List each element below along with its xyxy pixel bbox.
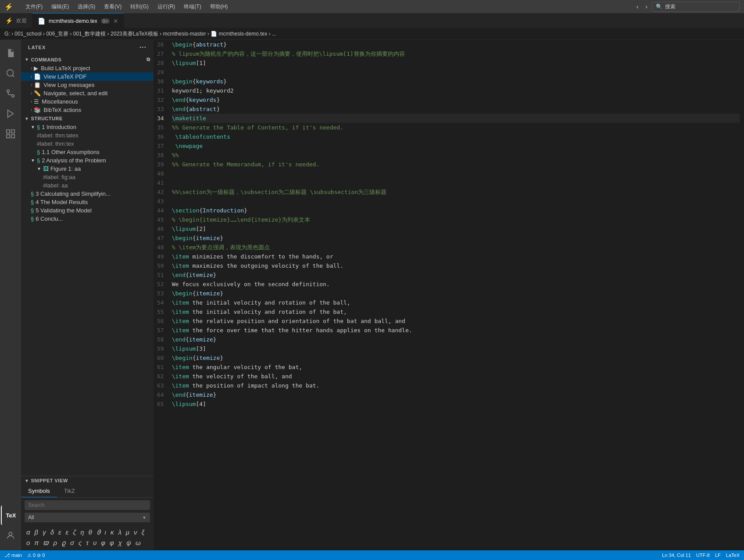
tex-icon: TeX — [6, 512, 16, 519]
snippet-search-input[interactable] — [25, 500, 150, 510]
greek-lambda[interactable]: λ — [116, 528, 123, 537]
greek-rho[interactable]: ρ — [51, 538, 59, 548]
activity-run[interactable] — [1, 104, 20, 123]
structure-item-model-results[interactable]: § 4 The Model Results — [21, 198, 154, 206]
statusbar-language[interactable]: LaTeX — [726, 553, 740, 558]
structure-item-label-fig[interactable]: #label: fig:aa — [21, 173, 154, 181]
structure-item-label1[interactable]: #label: thm:latex — [21, 131, 154, 140]
greek-phi2[interactable]: φ — [108, 538, 116, 548]
greek-chi[interactable]: χ — [117, 538, 124, 548]
greek-phi1[interactable]: φ — [99, 538, 107, 548]
greek-pi2[interactable]: ϖ — [41, 538, 50, 548]
structure-item-figure[interactable]: ▼ 🖼 Figure 1: aa — [21, 165, 154, 173]
commands-header[interactable]: ▼ COMMANDS ⧉ — [21, 55, 154, 64]
greek-alpha[interactable]: α — [25, 528, 32, 537]
structure-item-label2[interactable]: #label: thm:tex — [21, 140, 154, 148]
structure-chevron: ▼ — [25, 116, 29, 121]
snippet-filter-select[interactable]: All — [25, 513, 150, 522]
greek-omega[interactable]: ω — [134, 538, 143, 548]
greek-delta[interactable]: δ — [49, 528, 56, 537]
global-search-box[interactable]: 🔍 搜索 — [652, 2, 740, 12]
snippet-tab-symbols[interactable]: Symbols — [21, 485, 57, 497]
statusbar-encoding[interactable]: UTF-8 — [696, 553, 710, 558]
menu-select[interactable]: 选择(S) — [74, 2, 99, 11]
greek-iota[interactable]: ι — [103, 528, 108, 537]
greek-rho2[interactable]: ϱ — [60, 538, 68, 548]
greek-omicron[interactable]: ο — [25, 538, 32, 548]
greek-upsilon[interactable]: υ — [91, 538, 98, 548]
greek-gamma[interactable]: γ — [41, 528, 48, 537]
structure-item-other-assumptions[interactable]: § 1.1 Other Assumptions — [21, 148, 154, 156]
tab-welcome[interactable]: ⚡ 欢迎 — [0, 13, 32, 28]
activity-search[interactable] — [1, 64, 20, 83]
structure-item-intro[interactable]: ▼ § 1 Introduction — [21, 123, 154, 131]
welcome-icon: ⚡ — [5, 17, 13, 24]
greek-zeta[interactable]: ζ — [71, 528, 78, 537]
sidebar-item-build[interactable]: › ▶ Build LaTeX project — [21, 64, 154, 72]
greek-kappa[interactable]: κ — [109, 528, 116, 537]
structure-item-calc[interactable]: § 3 Calculating and Simplifyin... — [21, 190, 154, 198]
activity-account[interactable] — [1, 526, 20, 545]
menu-terminal[interactable]: 终端(T) — [180, 2, 204, 11]
statusbar-branch[interactable]: ⎇ main — [4, 553, 22, 558]
code-line-62: \item the velocity of the ball, and — [172, 372, 740, 381]
greek-xi[interactable]: ξ — [140, 528, 147, 537]
greek-tau[interactable]: τ — [84, 538, 90, 548]
greek-psi[interactable]: ψ — [125, 538, 133, 548]
sidebar-item-misc[interactable]: › ☰ Miscellaneous — [21, 97, 154, 106]
nav-back-button[interactable]: ‹ — [634, 2, 641, 11]
tab-editor[interactable]: 📄 mcmthesis-demo.tex 9+ ✕ — [32, 13, 124, 28]
activity-tex[interactable]: TeX — [1, 506, 20, 525]
figure-chevron: ▼ — [37, 166, 41, 171]
sidebar-item-navigate[interactable]: › ✏️ Navigate, select, and edit — [21, 89, 154, 97]
label2-text: #label: thm:tex — [37, 140, 74, 147]
nav-forward-button[interactable]: › — [643, 2, 650, 11]
sidebar-item-view-log[interactable]: › 📋 View Log messages — [21, 81, 154, 89]
code-line-27: % lipsum为随机生产的内容，这一部分为摘要，使用时把\lipsum[1]替… — [172, 49, 740, 58]
activity-explorer[interactable] — [1, 43, 20, 63]
editor-content[interactable]: 26 27 28 29 30 31 32 33 34 35 36 37 38 3… — [154, 40, 744, 550]
sidebar-menu-button[interactable]: ··· — [140, 43, 147, 51]
commands-copy-button[interactable]: ⧉ — [147, 57, 150, 62]
statusbar-errors[interactable]: ⚠ 0 ⊘ 0 — [27, 553, 45, 558]
vscode-logo: ⚡ — [4, 3, 13, 11]
menu-goto[interactable]: 转到(G) — [127, 2, 152, 11]
structure-item-analysis[interactable]: ▼ § 2 Analysis of the Problem — [21, 156, 154, 165]
greek-beta[interactable]: β — [33, 528, 40, 537]
greek-eta[interactable]: η — [79, 528, 86, 537]
greek-epsilon1[interactable]: ε — [57, 528, 63, 537]
code-line-30: \begin{keywords} — [172, 77, 740, 86]
code-line-44: \section{Introduction} — [172, 206, 740, 215]
greek-epsilon2[interactable]: ε — [64, 528, 71, 537]
greek-theta2[interactable]: ϑ — [95, 528, 102, 537]
tab-bar: ⚡ 欢迎 📄 mcmthesis-demo.tex 9+ ✕ — [0, 13, 744, 29]
sidebar-item-view-pdf[interactable]: › 📄 View LaTeX PDF — [21, 72, 154, 81]
snippet-header[interactable]: ▼ SNIPPET VIEW — [21, 476, 154, 485]
menu-view[interactable]: 查看(V) — [100, 2, 125, 11]
greek-nu[interactable]: ν — [132, 528, 139, 537]
tab-close-button[interactable]: ✕ — [113, 18, 118, 25]
code-content[interactable]: \begin{abstract} % lipsum为随机生产的内容，这一部分为摘… — [168, 40, 744, 550]
statusbar-eol[interactable]: LF — [715, 553, 721, 558]
code-line-26: \begin{abstract} — [172, 40, 740, 49]
structure-item-validating[interactable]: § 5 Validating the Model — [21, 206, 154, 215]
greek-mu[interactable]: μ — [124, 528, 131, 537]
menu-file[interactable]: 文件(F) — [22, 2, 46, 11]
greek-theta[interactable]: θ — [86, 528, 93, 537]
menu-run[interactable]: 运行(R) — [154, 2, 179, 11]
structure-item-conclusion[interactable]: § 6 Conclu... — [21, 215, 154, 223]
menu-help[interactable]: 帮助(H) — [207, 2, 232, 11]
activity-git[interactable] — [1, 84, 20, 103]
snippet-tab-tikz[interactable]: TikZ — [57, 485, 82, 497]
code-line-48: % \item为要点强调，表现为黑色圆点 — [172, 243, 740, 252]
greek-sigma2[interactable]: ς — [77, 538, 83, 548]
statusbar-position[interactable]: Ln 34, Col 11 — [662, 553, 690, 558]
section-icon: § — [37, 124, 40, 130]
greek-sigma[interactable]: σ — [68, 538, 76, 548]
sidebar-item-bibtex[interactable]: › 📚 BibTeX actions — [21, 106, 154, 114]
structure-item-label-aa[interactable]: #label: aa — [21, 181, 154, 190]
menu-edit[interactable]: 编辑(E) — [48, 2, 72, 11]
structure-header[interactable]: ▼ STRUCTURE — [21, 114, 154, 123]
activity-extensions[interactable] — [1, 124, 20, 144]
greek-pi[interactable]: π — [32, 538, 40, 548]
